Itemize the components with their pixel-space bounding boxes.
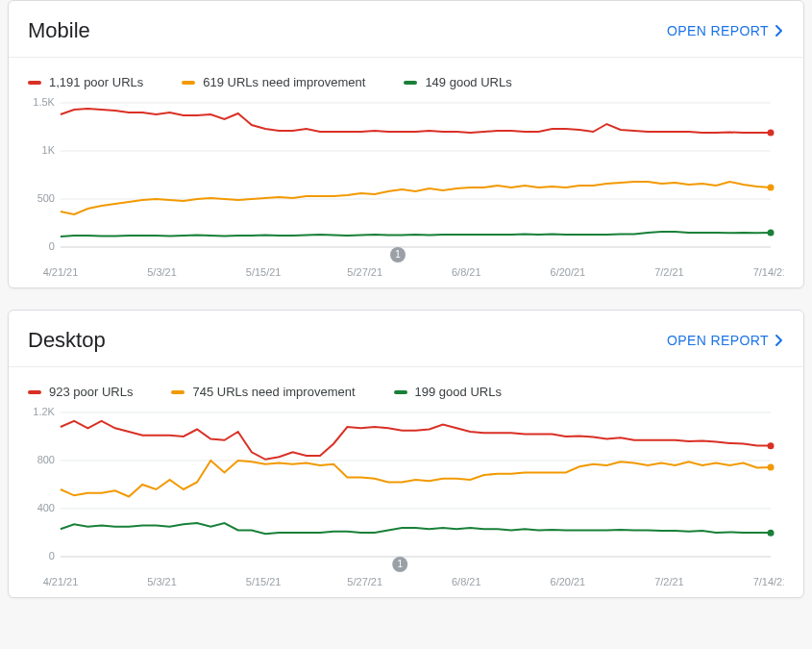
svg-text:7/14/21: 7/14/21 <box>753 266 784 278</box>
svg-text:5/27/21: 5/27/21 <box>347 576 382 587</box>
svg-point-31 <box>768 530 775 537</box>
legend-item-need: 619 URLs need improvement <box>182 75 365 89</box>
card-title-desktop: Desktop <box>28 328 106 353</box>
svg-text:0: 0 <box>49 550 55 562</box>
open-report-desktop[interactable]: OPEN REPORT <box>667 333 784 348</box>
svg-text:7/2/21: 7/2/21 <box>654 576 684 587</box>
chart-area-desktop: 04008001.2K14/21/215/3/215/15/215/27/216… <box>28 405 784 597</box>
legend-label-good: 149 good URLs <box>425 75 511 89</box>
swatch-green-icon <box>404 81 417 85</box>
legend-item-poor: 923 poor URLs <box>28 385 133 399</box>
svg-point-8 <box>768 129 775 136</box>
legend-label-need: 619 URLs need improvement <box>203 75 365 89</box>
card-desktop: Desktop OPEN REPORT 923 poor URLs 745 UR… <box>8 310 804 598</box>
svg-text:5/3/21: 5/3/21 <box>147 576 177 587</box>
svg-text:5/27/21: 5/27/21 <box>347 266 382 278</box>
open-report-mobile[interactable]: OPEN REPORT <box>667 23 784 38</box>
svg-text:4/21/21: 4/21/21 <box>43 576 79 587</box>
swatch-orange-icon <box>182 81 195 85</box>
legend-desktop: 923 poor URLs 745 URLs need improvement … <box>9 367 803 405</box>
swatch-red-icon <box>28 81 41 85</box>
chevron-right-icon <box>775 24 784 37</box>
chevron-right-icon <box>775 334 784 347</box>
svg-text:1.2K: 1.2K <box>33 406 55 417</box>
open-report-label: OPEN REPORT <box>667 23 769 38</box>
card-title-mobile: Mobile <box>28 18 90 43</box>
chart-area-mobile: 05001K1.5K14/21/215/3/215/15/215/27/216/… <box>28 95 784 287</box>
svg-point-29 <box>768 442 775 449</box>
legend-item-poor: 1,191 poor URLs <box>28 75 143 89</box>
svg-text:7/14/21: 7/14/21 <box>753 576 784 587</box>
swatch-green-icon <box>394 390 407 394</box>
chart-desktop: 04008001.2K14/21/215/3/215/15/215/27/216… <box>28 405 784 597</box>
svg-text:6/8/21: 6/8/21 <box>452 266 481 278</box>
svg-text:0: 0 <box>49 240 55 252</box>
legend-item-good: 149 good URLs <box>404 75 511 89</box>
svg-text:400: 400 <box>37 502 55 513</box>
chart-wrap-desktop: 04008001.2K14/21/215/3/215/15/215/27/216… <box>9 405 803 597</box>
chart-mobile: 05001K1.5K14/21/215/3/215/15/215/27/216/… <box>28 95 784 287</box>
svg-text:6/20/21: 6/20/21 <box>551 266 586 278</box>
card-mobile: Mobile OPEN REPORT 1,191 poor URLs 619 U… <box>8 0 804 288</box>
svg-text:4/21/21: 4/21/21 <box>43 266 79 278</box>
swatch-orange-icon <box>171 390 185 394</box>
svg-text:5/15/21: 5/15/21 <box>246 576 282 587</box>
legend-item-need: 745 URLs need improvement <box>171 385 355 399</box>
svg-text:5/15/21: 5/15/21 <box>246 266 282 278</box>
svg-text:1K: 1K <box>42 144 56 156</box>
legend-label-need: 745 URLs need improvement <box>192 385 355 399</box>
open-report-label: OPEN REPORT <box>667 333 769 348</box>
svg-point-10 <box>768 230 775 237</box>
chart-wrap-mobile: 05001K1.5K14/21/215/3/215/15/215/27/216/… <box>9 95 803 287</box>
swatch-red-icon <box>28 390 41 394</box>
card-header-desktop: Desktop OPEN REPORT <box>9 311 803 366</box>
svg-text:800: 800 <box>37 454 55 465</box>
legend-item-good: 199 good URLs <box>394 385 502 399</box>
legend-label-poor: 923 poor URLs <box>49 385 133 399</box>
svg-text:6/8/21: 6/8/21 <box>452 576 481 587</box>
legend-mobile: 1,191 poor URLs 619 URLs need improvemen… <box>9 58 803 95</box>
svg-text:1.5K: 1.5K <box>33 96 55 108</box>
svg-text:1: 1 <box>395 249 401 260</box>
svg-text:6/20/21: 6/20/21 <box>551 576 586 587</box>
svg-text:5/3/21: 5/3/21 <box>147 266 177 278</box>
svg-text:500: 500 <box>37 192 55 204</box>
svg-text:1: 1 <box>397 559 403 569</box>
svg-text:7/2/21: 7/2/21 <box>654 266 684 278</box>
svg-point-9 <box>768 185 775 191</box>
svg-point-30 <box>768 463 775 470</box>
legend-label-good: 199 good URLs <box>415 385 502 399</box>
card-header-mobile: Mobile OPEN REPORT <box>9 1 803 57</box>
legend-label-poor: 1,191 poor URLs <box>49 75 143 89</box>
